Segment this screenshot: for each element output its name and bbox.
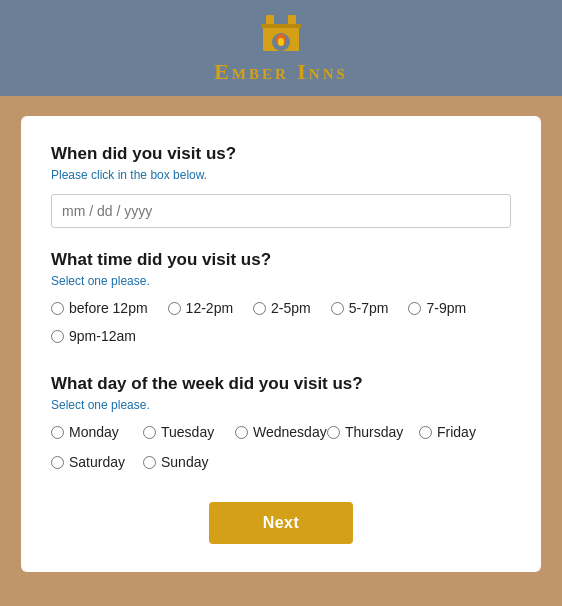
survey-card: When did you visit us? Please click in t… [21, 116, 541, 572]
day-subtitle: Select one please. [51, 398, 511, 412]
day-option-wednesday[interactable]: Wednesday [235, 424, 327, 440]
time-option-7-9pm[interactable]: 7-9pm [408, 300, 466, 316]
time-label-before12pm: before 12pm [69, 300, 148, 316]
time-label-7-9pm: 7-9pm [426, 300, 466, 316]
time-label-9pm-12am: 9pm-12am [69, 328, 136, 344]
day-label-thursday: Thursday [345, 424, 403, 440]
date-question: When did you visit us? [51, 144, 511, 164]
day-label-sunday: Sunday [161, 454, 208, 470]
date-section: When did you visit us? Please click in t… [51, 144, 511, 250]
day-label-wednesday: Wednesday [253, 424, 327, 440]
day-option-sunday[interactable]: Sunday [143, 454, 235, 470]
time-option-9pm-12am[interactable]: 9pm-12am [51, 328, 491, 344]
day-option-saturday[interactable]: Saturday [51, 454, 143, 470]
next-button[interactable]: Next [209, 502, 354, 544]
date-subtitle: Please click in the box below. [51, 168, 511, 182]
day-label-tuesday: Tuesday [161, 424, 214, 440]
time-subtitle: Select one please. [51, 274, 511, 288]
day-section: What day of the week did you visit us? S… [51, 374, 511, 478]
day-radio-wednesday[interactable] [235, 426, 248, 439]
svg-rect-6 [261, 24, 301, 28]
time-label-5-7pm: 5-7pm [349, 300, 389, 316]
time-option-12-2pm[interactable]: 12-2pm [168, 300, 233, 316]
day-radio-friday[interactable] [419, 426, 432, 439]
date-input[interactable] [51, 194, 511, 228]
time-option-before12pm[interactable]: before 12pm [51, 300, 148, 316]
day-radio-thursday[interactable] [327, 426, 340, 439]
time-radio-7-9pm[interactable] [408, 302, 421, 315]
time-radio-before12pm[interactable] [51, 302, 64, 315]
day-question: What day of the week did you visit us? [51, 374, 511, 394]
time-radio-9pm-12am[interactable] [51, 330, 64, 343]
day-radio-saturday[interactable] [51, 456, 64, 469]
page-header: Ember Inns [0, 0, 562, 96]
brand-name: Ember Inns [214, 59, 348, 85]
fireplace-icon [259, 11, 303, 55]
time-option-2-5pm[interactable]: 2-5pm [253, 300, 311, 316]
day-options: Monday Tuesday Wednesday Thursday Friday… [51, 424, 511, 478]
day-label-friday: Friday [437, 424, 476, 440]
day-label-monday: Monday [69, 424, 119, 440]
day-option-thursday[interactable]: Thursday [327, 424, 419, 440]
day-option-monday[interactable]: Monday [51, 424, 143, 440]
button-area: Next [51, 502, 511, 544]
day-option-friday[interactable]: Friday [419, 424, 511, 440]
day-radio-tuesday[interactable] [143, 426, 156, 439]
day-radio-monday[interactable] [51, 426, 64, 439]
time-radio-12-2pm[interactable] [168, 302, 181, 315]
day-option-tuesday[interactable]: Tuesday [143, 424, 235, 440]
day-radio-sunday[interactable] [143, 456, 156, 469]
time-option-5-7pm[interactable]: 5-7pm [331, 300, 389, 316]
time-radio-5-7pm[interactable] [331, 302, 344, 315]
time-section: What time did you visit us? Select one p… [51, 250, 511, 350]
time-label-2-5pm: 2-5pm [271, 300, 311, 316]
time-options: before 12pm 12-2pm 2-5pm 5-7pm 7-9pm 9pm… [51, 300, 511, 350]
day-label-saturday: Saturday [69, 454, 125, 470]
time-label-12-2pm: 12-2pm [186, 300, 233, 316]
svg-point-3 [278, 38, 284, 46]
time-question: What time did you visit us? [51, 250, 511, 270]
time-radio-2-5pm[interactable] [253, 302, 266, 315]
